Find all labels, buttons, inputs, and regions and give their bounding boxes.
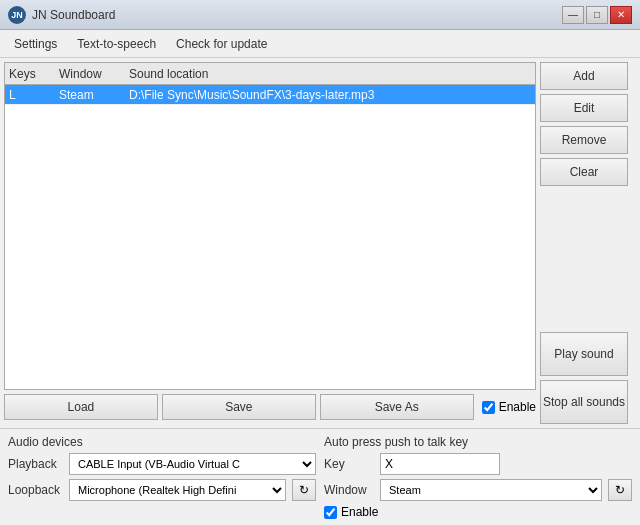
minimize-button[interactable]: —	[562, 6, 584, 24]
key-input[interactable]	[380, 453, 500, 475]
auto-press-enable-label[interactable]: Enable	[341, 505, 378, 519]
remove-button[interactable]: Remove	[540, 126, 628, 154]
row-window: Steam	[59, 88, 129, 102]
left-area: Keys Window Sound location L Steam D:\Fi…	[0, 58, 540, 428]
table-header: Keys Window Sound location	[5, 63, 535, 85]
bottom-area: Audio devices Playback CABLE Input (VB-A…	[0, 428, 640, 525]
loopback-label: Loopback	[8, 483, 63, 497]
auto-press-title: Auto press push to talk key	[324, 435, 632, 449]
refresh-icon: ↻	[299, 483, 309, 497]
window-title: JN Soundboard	[32, 8, 115, 22]
table-row[interactable]: L Steam D:\File Sync\Music\SoundFX\3-day…	[5, 85, 535, 105]
audio-devices-title: Audio devices	[8, 435, 316, 449]
loopback-select[interactable]: Microphone (Realtek High Defini	[69, 479, 286, 501]
stop-all-sounds-button[interactable]: Stop all sounds	[540, 380, 628, 424]
right-side-buttons: Add Edit Remove Clear Play sound Stop al…	[540, 58, 640, 428]
edit-button[interactable]: Edit	[540, 94, 628, 122]
close-button[interactable]: ✕	[610, 6, 632, 24]
table-body: L Steam D:\File Sync\Music\SoundFX\3-day…	[5, 85, 535, 389]
col-header-window: Window	[59, 67, 129, 81]
save-button[interactable]: Save	[162, 394, 316, 420]
refresh-icon-2: ↻	[615, 483, 625, 497]
loopback-refresh-button[interactable]: ↻	[292, 479, 316, 501]
window-refresh-button[interactable]: ↻	[608, 479, 632, 501]
sounds-table: Keys Window Sound location L Steam D:\Fi…	[4, 62, 536, 390]
playback-label: Playback	[8, 457, 63, 471]
play-sound-button[interactable]: Play sound	[540, 332, 628, 376]
key-label: Key	[324, 457, 374, 471]
key-row: Key	[324, 453, 632, 475]
menu-check-update[interactable]: Check for update	[166, 33, 277, 55]
playback-select[interactable]: CABLE Input (VB-Audio Virtual C	[69, 453, 316, 475]
row-key: L	[9, 88, 59, 102]
title-controls: — □ ✕	[562, 6, 632, 24]
row-sound-location: D:\File Sync\Music\SoundFX\3-days-later.…	[129, 88, 531, 102]
auto-press-section: Auto press push to talk key Key Window S…	[324, 435, 632, 519]
main-layout: Keys Window Sound location L Steam D:\Fi…	[0, 58, 640, 525]
window-select[interactable]: Steam	[380, 479, 602, 501]
title-bar: JN JN Soundboard — □ ✕	[0, 0, 640, 30]
col-header-sound-location: Sound location	[129, 67, 531, 81]
app-icon: JN	[8, 6, 26, 24]
enable-label[interactable]: Enable	[499, 400, 536, 414]
window-row: Window Steam ↻	[324, 479, 632, 501]
audio-devices-section: Audio devices Playback CABLE Input (VB-A…	[8, 435, 316, 519]
playback-row: Playback CABLE Input (VB-Audio Virtual C	[8, 453, 316, 475]
middle-area: Keys Window Sound location L Steam D:\Fi…	[0, 58, 640, 428]
auto-press-enable-checkbox[interactable]	[324, 506, 337, 519]
menu-tts[interactable]: Text-to-speech	[67, 33, 166, 55]
maximize-button[interactable]: □	[586, 6, 608, 24]
file-buttons: Load Save Save As Enable	[4, 394, 536, 420]
menu-bar: Settings Text-to-speech Check for update	[0, 30, 640, 58]
load-button[interactable]: Load	[4, 394, 158, 420]
window-label: Window	[324, 483, 374, 497]
col-header-keys: Keys	[9, 67, 59, 81]
save-as-button[interactable]: Save As	[320, 394, 474, 420]
title-bar-left: JN JN Soundboard	[8, 6, 115, 24]
loopback-row: Loopback Microphone (Realtek High Defini…	[8, 479, 316, 501]
menu-settings[interactable]: Settings	[4, 33, 67, 55]
clear-button[interactable]: Clear	[540, 158, 628, 186]
enable-checkbox[interactable]	[482, 401, 495, 414]
add-button[interactable]: Add	[540, 62, 628, 90]
